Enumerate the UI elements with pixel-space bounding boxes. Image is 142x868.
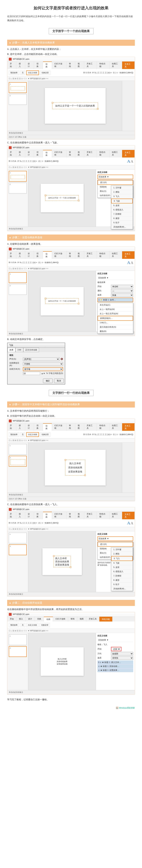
sound-select[interactable]: [无声音] — [23, 357, 59, 361]
after-select[interactable]: 不变暗 — [23, 362, 63, 366]
tab-insert[interactable]: 插入 — [16, 61, 25, 69]
delay-label: % 字母之间延迟(D) — [46, 372, 63, 375]
multiline-textbox[interactable]: 插入文本框 添加动画效果 设置效果选项 — [65, 460, 85, 475]
tab-animation[interactable]: 动画 — [43, 61, 52, 69]
dlg-tab-text[interactable]: 正文文本动画 — [23, 348, 39, 352]
effect-dialog: 飞旋 效果 计时 正文文本动画 增强 声音(S):[无声音] 🔇 动画播放后(A… — [7, 343, 65, 384]
font-style-icon[interactable]: A A — [127, 159, 133, 164]
tab-trans[interactable]: 切换 — [34, 61, 43, 69]
wps-logo-icon — [9, 146, 12, 149]
slide-canvas: 如何让文字是一个一个进入出现的效果 — [45, 88, 106, 124]
effect-slow[interactable]: 6. 缓慢进入 — [111, 208, 133, 212]
ctx-adv-timeline[interactable]: 显示高级日程表(S) — [97, 325, 133, 329]
section-bar-4: 步骤二：启动动画开始设置 — [7, 600, 135, 606]
status-bar: 幻灯片 1/2 Office 主题 — [7, 135, 135, 139]
effect-wheel[interactable]: 9. 轮子 — [111, 221, 133, 225]
wps-logo-icon — [9, 58, 12, 61]
section-bar-3: 步骤一：按回车中文本框中每行进入回车键开启自动动画效果 — [7, 401, 135, 407]
tab-view[interactable]: 视图 — [75, 61, 84, 69]
modify-fly-label: 修改：飞入 — [97, 643, 107, 646]
delay-input[interactable] — [23, 372, 40, 375]
step-2b: B. 动画文本选择按字母，点击确定。 — [7, 338, 135, 341]
side-props — [122, 81, 135, 131]
ctx-start-prev[interactable]: 从上一项开始(W) — [97, 307, 133, 312]
enhance-label: 增强 — [9, 354, 63, 356]
ctx-start-click[interactable]: 单击开始(C) — [97, 303, 133, 307]
step-3b: B. 分别选中每行的开始点击动画—自定义动画。 — [7, 414, 135, 417]
footer-logo: 🪟 Windows系统管家 — [7, 707, 135, 709]
after-label: 动画播放后(A): — [9, 362, 22, 366]
slide-thumb-2[interactable]: 2 — [9, 94, 27, 105]
effect-more[interactable]: 其他效果(M)… — [111, 225, 133, 229]
tab-dev[interactable]: 开发工具 — [84, 61, 97, 69]
slide-panel: 1 2 — [7, 81, 28, 131]
wps-tabs: 开始 插入 设计 切换 动画 幻灯片放映 审阅 视图 开发工具 特色功能 绘图工… — [7, 61, 135, 69]
sound-label: 声音(S): — [9, 358, 22, 360]
wps-filename: WPS新建幻灯.pptx — [13, 58, 29, 60]
cancel-button[interactable]: 取消 — [54, 379, 64, 383]
ok-button[interactable]: 确定 — [43, 379, 53, 383]
anim-item-2[interactable]: ⊙ ★ 标题 1: 添加动画… — [97, 664, 133, 668]
tab-text-tools[interactable]: 文本工具 — [122, 61, 135, 69]
ctx-effect-options[interactable]: 效果选项(E)… — [97, 316, 133, 321]
effect-diamond[interactable]: 8. 菱形 — [111, 216, 133, 221]
tab-review[interactable]: 审阅 — [66, 61, 76, 69]
anim-pane-title: 自定义动画 — [97, 171, 133, 174]
divider-2: 文字按行一行一行的出现效果 — [49, 390, 93, 396]
screenshot-4: WPS新建幻灯.pptx 开始插入设计切换动画幻灯片放映审阅视图开发工具特色功能… — [7, 418, 135, 501]
tab-show[interactable]: 幻灯片放映 — [52, 61, 66, 69]
menu-enter[interactable]: 进入(E) — [97, 180, 133, 185]
ribbon-right-tools[interactable]: B I U S A · X² X₁ | 三 三 三 三 | [≡] ≡ · 吕 … — [83, 71, 133, 74]
anim-list-selected[interactable]: 1 ⚡ 标题 1: 如何… — [97, 298, 133, 302]
step-4-text: 在右侧动画窗格中选中所设置的全部动画效果，将开始的设置更改为之后。 — [7, 608, 135, 611]
effect-wipe[interactable]: 2. 擦除 — [111, 190, 133, 194]
step-1b: B. 选中文本框，点击功能区的动画—自定义动画。 — [7, 53, 135, 56]
tab-draw[interactable]: 绘图工具 — [109, 61, 122, 69]
screenshot-6: WPS新建幻灯.pptx 开始插入设计切换动画幻灯片放映审阅视图开发工具特色功能… — [7, 612, 135, 694]
anim-add-effect-btn[interactable]: 添加效果 ▼ — [97, 175, 133, 179]
anim-item-1[interactable]: 0 ⊙ ★ 标题 1: 插入文本… — [97, 660, 133, 664]
screenshot-5: WPS新建幻灯.pptx 开始插入设计切换动画幻灯片放映审阅视图开发工具特色功能… — [7, 507, 135, 596]
start-after-highlight[interactable]: 之后 — [111, 647, 121, 651]
notes-placeholder[interactable]: 单击此处添加备注 — [9, 132, 23, 134]
enter-submenu: 1. 百叶窗 2. 擦除 3. 飞入 4. 飞旋 5. 盒状 6. 缓慢进入 7… — [111, 186, 133, 229]
animation-pane: 自定义动画 添加效果 ▼ 进入(E) 强调(M) 退出(X) 动作路径(P) 1… — [96, 169, 135, 227]
ctx-remove[interactable]: 删除(R) — [97, 329, 133, 334]
step-2a: A. 右键单击动画效果→效果选项。 — [7, 242, 135, 246]
screenshot-1: WPS新建幻灯.pptx 开始 插入 设计 切换 动画 幻灯片放映 审阅 视图 … — [7, 57, 135, 139]
tab-design[interactable]: 设计 — [25, 61, 34, 69]
ribbon-trans[interactable]: 切换设置 — [40, 71, 50, 75]
effect-fly[interactable]: 3. 飞入 — [111, 194, 133, 198]
effect-blinds[interactable]: 1. 百叶窗 — [111, 186, 133, 190]
ctx-start-after[interactable]: 从上一项之后开始(A) — [97, 312, 133, 316]
start-select[interactable]: 单击时 — [111, 285, 133, 288]
ctx-timing[interactable]: 计时(T)… — [97, 321, 133, 325]
step-3c: C. 在右侧动画窗格中点击添加效果→进入→飞入。 — [7, 503, 135, 506]
step-3a: A. 文本框中每行的内容将用回车键换行； — [7, 409, 135, 412]
screenshot-3: WPS新建幻灯.pptx 开始插入设计切换动画幻灯片放映审阅视图开发工具特色功能… — [7, 247, 135, 336]
screenshot-2: WPS新建幻灯.pptx 开始插入设计切换动画幻灯片放映审阅视图开发工具特色功能… — [7, 145, 135, 231]
anim-text-label: 动画文本(X): — [9, 368, 22, 370]
closing-text: 学习完了教程，记得要自己实操一遍哈。 — [7, 698, 135, 701]
step-1a: A. 点击插入→文本框，在文本框中输入需要的内容； — [7, 48, 135, 51]
dlg-tab-effect[interactable]: 效果 — [7, 348, 16, 352]
divider-1: 文字按字一个一个的出现效果 — [49, 28, 93, 34]
ribbon-custom-anim[interactable]: 自定义动画 — [26, 70, 39, 75]
effect-box[interactable]: 5. 盒状 — [111, 204, 133, 208]
intro-text: 在演示幻灯片的时候如何让文本框的内容是一个一个或一行一行进入的效果呢？小编今天就… — [7, 14, 135, 23]
tab-special[interactable]: 特色功能 — [97, 61, 109, 69]
section-bar-1: 步骤一：先插入文本框并添加动画效果 — [7, 40, 135, 46]
textbox-selected[interactable]: 如何让文字是一个一个进入出现的效果 — [52, 102, 98, 109]
anim-text-select[interactable]: 按字母 — [23, 367, 63, 371]
tab-file[interactable]: 开始 — [7, 61, 16, 69]
effect-fly-in[interactable]: 3. 飞入 — [111, 556, 133, 561]
anim-item-3[interactable]: ⊙ ★ 标题 1: 设置效果… — [97, 668, 133, 672]
ribbon-preview[interactable]: 预览效果 — [9, 71, 19, 75]
effect-step[interactable]: 7. 阶梯状 — [111, 212, 133, 216]
slide-thumb-1[interactable]: 1 — [9, 82, 27, 93]
quick-toolbar[interactable]: ☐ ⌂ 目 ⊘ 日 日 ⊙ ◁ ▷ ▼ — [9, 78, 30, 80]
section-bar-2: 步骤二：设置动画效果选项 — [7, 235, 135, 241]
ribbon-none[interactable]: 无 — [20, 71, 25, 75]
effect-spin[interactable]: 4. 飞旋 — [111, 198, 133, 204]
dlg-tab-timing[interactable]: 计时 — [16, 348, 23, 352]
